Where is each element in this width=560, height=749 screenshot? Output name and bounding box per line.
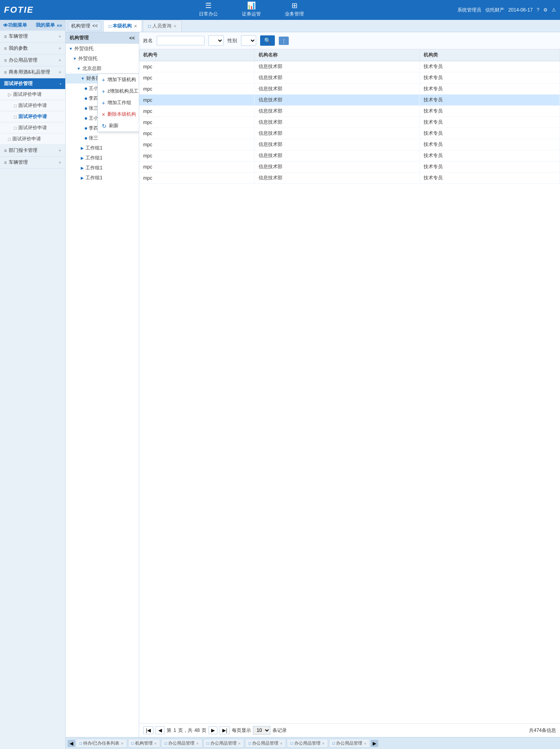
tab-institution[interactable]: □ 本级机构 × [103, 20, 142, 32]
btab-5-close[interactable]: × [322, 741, 325, 746]
sidebar-item-supplies[interactable]: ≡ 办公用品管理 + [0, 54, 65, 66]
ctx-add-employee-label: z增加机构员工 [107, 88, 138, 95]
cell-num: mpc [139, 95, 254, 106]
btab-3-close[interactable]: × [238, 741, 241, 746]
btab-4-label: 办公用品管理 [252, 740, 278, 746]
alert-icon[interactable]: ⚠ [552, 7, 556, 13]
expand-icon: + [58, 34, 61, 39]
sidebar-sub-item-4[interactable]: □ 面试评价申请 [0, 122, 65, 134]
sidebar-item-dept[interactable]: ≡ 部门报卡管理 + [0, 145, 65, 157]
ctx-add-sub[interactable]: + 增加下级机构 [98, 74, 139, 85]
bottom-tab-bar: ◀ □ 待办/已办任务列表 × □ 机构管理 × □ 办公用品管理 × □ 办公… [66, 737, 560, 749]
page-last-btn[interactable]: ▶| [220, 726, 230, 734]
btab-0[interactable]: □ 待办/已办任务列表 × [76, 739, 127, 748]
page-next-btn[interactable]: ▶ [208, 726, 218, 734]
btab-0-close[interactable]: × [121, 741, 123, 746]
gender-label: 性别 [228, 37, 237, 44]
sub-item-5-label: 面试评价申请 [12, 136, 41, 142]
search-button[interactable]: 🔍 [260, 35, 275, 46]
help-icon[interactable]: ? [537, 7, 539, 13]
btab-4[interactable]: □ 办公用品管理 × [245, 739, 286, 748]
settings-icon[interactable]: ⚙ [543, 7, 548, 13]
tree-node-10[interactable]: 张三 [66, 133, 139, 143]
gender-select[interactable] [241, 35, 256, 46]
sidebar-sub-item-1[interactable]: ▷ 面试评价申请 [0, 89, 65, 100]
tree-node-13[interactable]: ▶ 工作组1 [66, 163, 139, 173]
page-end: 页 [202, 727, 206, 734]
tree-node-3[interactable]: ▼ 北京总部 [66, 64, 139, 74]
table-row[interactable]: mpc 信息技术部 技术专员 [139, 173, 560, 184]
btab-prev-btn[interactable]: ◀ [68, 740, 75, 747]
tree-label-11: 工作组1 [86, 145, 103, 151]
arrow-icon-3: ▼ [77, 66, 81, 71]
tree-collapse-btn[interactable]: << [129, 35, 135, 41]
table-row[interactable]: mpc 信息技术部 技术专员 [139, 128, 560, 139]
section-collapse-btn[interactable]: << [92, 23, 98, 29]
table-row[interactable]: mpc 信息技术部 技术专员 [139, 72, 560, 83]
name-input[interactable] [157, 36, 204, 45]
table-row[interactable]: mpc 信息技术部 技术专员 [139, 150, 560, 161]
sidebar-item-gifts-label: 商务用酒&礼品管理 [9, 69, 50, 76]
table-row[interactable]: mpc 信息技术部 技术专员 [139, 161, 560, 173]
btab-1-close[interactable]: × [154, 741, 157, 746]
tree-header-label: 机构管理 [70, 35, 89, 41]
function-menu-label: 功能菜单 [8, 22, 27, 29]
sidebar-sub-item-2[interactable]: □ 面试评价申请 [0, 100, 65, 111]
per-page-select[interactable]: 10 20 50 [253, 726, 270, 735]
table-row[interactable]: mpc 信息技术部 技术专员 [139, 95, 560, 106]
tree-node-1[interactable]: ▼ 外贸信托 [66, 44, 139, 54]
tree-node-14[interactable]: ▶ 工作组1 [66, 173, 139, 183]
table-row[interactable]: mpc 信息技术部 技术专员 [139, 117, 560, 128]
tab-personnel-close[interactable]: × [174, 23, 177, 29]
tree-label-7: 张三 [89, 105, 98, 112]
table-row[interactable]: mpc 信息技术部 技术专员 [139, 106, 560, 117]
tab-personnel-label: 人员查询 [152, 23, 171, 29]
tree-node-11[interactable]: ▶ 工作组1 [66, 143, 139, 153]
arrow-icon-4: ▼ [81, 76, 85, 81]
sidebar-group-interview[interactable]: 面试评价管理 - [0, 78, 65, 89]
btab-2[interactable]: □ 办公用品管理 × [161, 739, 202, 748]
sidebar-sub-item-3[interactable]: □ 面试评价申请 [0, 111, 65, 122]
btab-6-close[interactable]: × [364, 741, 366, 746]
table-row[interactable]: mpc 信息技术部 技术专员 [139, 83, 560, 95]
cell-name: 信息技术部 [254, 161, 419, 173]
header: FOTIE ☰ 日常办公 📊 证券运管 ⊞ 业务管理 系统管理员 信托财产 20… [0, 0, 560, 20]
sidebar-item-vehicle2[interactable]: ≡ 车辆管理 + [0, 157, 65, 169]
total-pages: 48 [194, 728, 200, 733]
btab-5[interactable]: □ 办公用品管理 × [287, 739, 328, 748]
expand-search-btn[interactable]: ⋮ [279, 37, 289, 45]
ctx-delete[interactable]: × 删除本级机构 [98, 109, 139, 120]
sidebar-item-vehicle[interactable]: ≡ 车辆管理 + [0, 31, 65, 43]
nav-daily[interactable]: ☰ 日常办公 [187, 0, 230, 21]
vehicle-icon: ≡ [4, 34, 7, 39]
table-row[interactable]: mpc 信息技术部 技术专员 [139, 61, 560, 72]
col-num: 机构号 [139, 49, 254, 61]
sidebar-item-params[interactable]: ≡ 我的参数 + [0, 43, 65, 54]
btab-next-btn[interactable]: ▶ [371, 740, 378, 747]
btab-4-close[interactable]: × [280, 741, 282, 746]
tree-node-2[interactable]: ▼ 外贸信托 [66, 54, 139, 64]
btab-1[interactable]: □ 机构管理 × [128, 739, 160, 748]
tree-node-12[interactable]: ▶ 工作组1 [66, 153, 139, 163]
btab-3[interactable]: □ 办公用品管理 × [203, 739, 244, 748]
sidebar-sub-item-5[interactable]: □ 面试评价申请 [0, 134, 65, 145]
name-select[interactable] [208, 35, 224, 46]
ctx-add-group[interactable]: + 增加工作组 [98, 97, 139, 109]
ctx-refresh[interactable]: ↻ 刷新 [98, 120, 139, 132]
tab-personnel[interactable]: □ 人员查询 × [143, 20, 181, 32]
sidebar-collapse-icon[interactable]: «» [57, 23, 62, 28]
cell-name: 信息技术部 [254, 173, 419, 184]
ctx-add-employee[interactable]: + z增加机构员工 [98, 85, 139, 97]
nav-business[interactable]: ⊞ 业务管理 [273, 0, 316, 21]
sidebar-item-gifts[interactable]: ≡ 商务用酒&礼品管理 + [0, 66, 65, 78]
page-prev-btn[interactable]: ◀ [156, 726, 165, 734]
tab-institution-close[interactable]: × [134, 23, 137, 29]
page-first-btn[interactable]: |◀ [143, 726, 154, 734]
btab-2-close[interactable]: × [196, 741, 198, 746]
btab-6[interactable]: □ 办公用品管理 × [329, 739, 370, 748]
nav-securities[interactable]: 📊 证券运管 [230, 0, 273, 21]
tree-header: 机构管理 << [66, 32, 139, 44]
table-row[interactable]: mpc 信息技术部 技术专员 [139, 139, 560, 150]
cell-type: 技术专员 [419, 161, 560, 173]
tree-label-12: 工作组1 [86, 155, 103, 161]
